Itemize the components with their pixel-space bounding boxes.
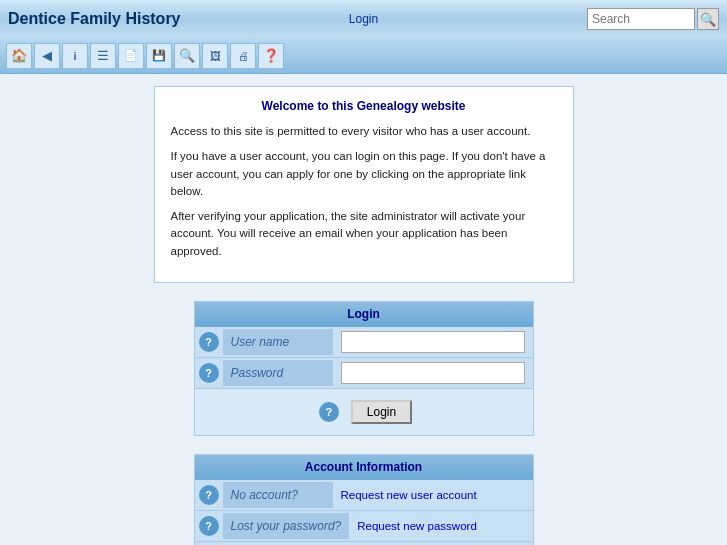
password-label: Password: [223, 360, 333, 386]
request-password-link[interactable]: Request new password: [349, 514, 532, 538]
info-icon[interactable]: i: [62, 43, 88, 69]
welcome-paragraph-2: If you have a user account, you can logi…: [171, 148, 557, 200]
password-help-icon[interactable]: ?: [199, 363, 219, 383]
request-account-link[interactable]: Request new user account: [333, 483, 533, 507]
username-input[interactable]: [341, 331, 525, 353]
header: Dentice Family History Login 🔍: [0, 0, 727, 38]
page-icon[interactable]: 📄: [118, 43, 144, 69]
welcome-title: Welcome to this Genealogy website: [171, 99, 557, 113]
lost-password-row: ? Lost your password? Request new passwo…: [195, 511, 533, 542]
site-title: Dentice Family History: [8, 10, 587, 28]
save-icon[interactable]: 💾: [146, 43, 172, 69]
login-section: Login ? User name ? Password ? Login: [194, 301, 534, 436]
magnify-icon[interactable]: 🔍: [174, 43, 200, 69]
search-input[interactable]: [587, 8, 695, 30]
no-account-row: ? No account? Request new user account: [195, 480, 533, 511]
back-icon[interactable]: ◀: [34, 43, 60, 69]
image-icon[interactable]: 🖼: [202, 43, 228, 69]
password-input[interactable]: [341, 362, 525, 384]
login-section-header: Login: [195, 302, 533, 327]
lost-password-label: Lost your password?: [223, 513, 350, 539]
toolbar: 🏠 ◀ i ☰ 📄 💾 🔍 🖼 🖨 ❓: [0, 38, 727, 74]
username-label: User name: [223, 329, 333, 355]
login-button[interactable]: Login: [351, 400, 412, 424]
help-icon[interactable]: ❓: [258, 43, 284, 69]
home-icon[interactable]: 🏠: [6, 43, 32, 69]
search-button[interactable]: 🔍: [697, 8, 719, 30]
password-row: ? Password: [195, 358, 533, 389]
search-area: 🔍: [587, 8, 719, 30]
account-section: Account Information ? No account? Reques…: [194, 454, 534, 545]
main-content: Welcome to this Genealogy website Access…: [0, 74, 727, 545]
welcome-box: Welcome to this Genealogy website Access…: [154, 86, 574, 283]
login-link[interactable]: Login: [349, 12, 378, 26]
lost-password-help-icon[interactable]: ?: [199, 516, 219, 536]
login-btn-row: ? Login: [195, 389, 533, 435]
welcome-paragraph-1: Access to this site is permitted to ever…: [171, 123, 557, 140]
list-icon[interactable]: ☰: [90, 43, 116, 69]
account-section-header: Account Information: [195, 455, 533, 480]
username-help-icon[interactable]: ?: [199, 332, 219, 352]
print-icon[interactable]: 🖨: [230, 43, 256, 69]
login-help-icon[interactable]: ?: [319, 402, 339, 422]
welcome-paragraph-3: After verifying your application, the si…: [171, 208, 557, 260]
no-account-help-icon[interactable]: ?: [199, 485, 219, 505]
no-account-label: No account?: [223, 482, 333, 508]
username-row: ? User name: [195, 327, 533, 358]
